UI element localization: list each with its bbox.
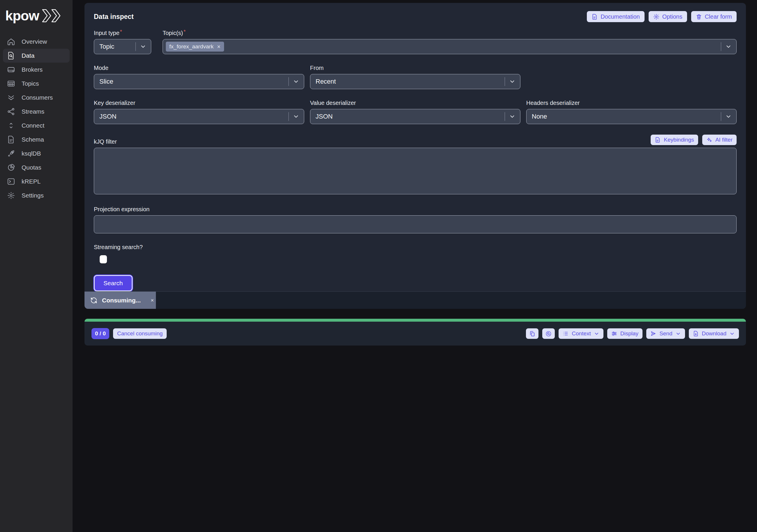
streaming-search-checkbox[interactable] — [100, 255, 107, 263]
download-button[interactable]: Download — [689, 328, 739, 339]
double-chevron-icon — [42, 9, 61, 22]
file-text-icon — [7, 135, 15, 144]
sidebar-item-schema[interactable]: Schema — [3, 133, 70, 147]
topics-multiselect[interactable]: fx_forex_aardvark × — [163, 39, 737, 54]
pie-chart-icon — [7, 163, 15, 172]
sidebar-item-label: kREPL — [21, 178, 41, 185]
file-search-icon — [7, 51, 15, 60]
sidebar-item-label: Connect — [21, 122, 44, 129]
sidebar-item-label: Consumers — [21, 94, 53, 101]
sidebar-item-label: Data — [21, 52, 34, 59]
refresh-icon — [90, 297, 97, 304]
close-icon[interactable]: × — [151, 297, 154, 304]
ai-filter-button[interactable]: AI filter — [702, 134, 737, 145]
rocket-icon — [7, 149, 15, 158]
display-button[interactable]: Display — [607, 328, 643, 339]
app-logo[interactable]: kpow — [0, 5, 73, 26]
documentation-button[interactable]: Documentation — [587, 11, 645, 22]
send-icon — [651, 331, 656, 337]
topic-tag: fx_forex_aardvark × — [166, 42, 224, 51]
page-title: Data inspect — [94, 11, 134, 21]
sidebar-item-label: Settings — [21, 192, 44, 199]
mode-label: Mode — [94, 65, 304, 72]
cancel-consuming-button[interactable]: Cancel consuming — [113, 328, 167, 339]
kjq-filter-label: kJQ filter — [94, 138, 117, 145]
projection-expression-input[interactable] — [94, 215, 737, 233]
chevron-down-icon — [293, 78, 299, 85]
consuming-tab[interactable]: Consuming... × — [84, 292, 156, 309]
projection-expression-label: Projection expression — [94, 206, 737, 213]
drive-icon — [7, 66, 15, 74]
sidebar-item-krepl[interactable]: kREPL — [3, 174, 70, 189]
headers-deserializer-select[interactable]: None — [526, 109, 737, 124]
input-type-select[interactable]: Topic — [94, 39, 151, 54]
context-button[interactable]: Context — [559, 328, 603, 339]
sidebar-item-label: Schema — [21, 136, 44, 143]
value-deserializer-label: Value deserializer — [310, 100, 520, 106]
sidebar-item-label: Brokers — [21, 66, 43, 73]
logo-text: kpow — [5, 8, 39, 24]
chevron-down-icon — [725, 44, 732, 50]
sidebar-item-label: Topics — [21, 80, 39, 87]
copy-button[interactable] — [526, 328, 538, 339]
list-icon — [563, 331, 569, 337]
streaming-search-label: Streaming search? — [94, 244, 737, 251]
gear-icon — [7, 192, 15, 199]
key-deserializer-select[interactable]: JSON — [94, 109, 304, 124]
topics-label: Topic(s)* — [163, 30, 737, 36]
tab-label: Consuming... — [102, 297, 141, 304]
chevron-down-icon — [725, 113, 732, 120]
data-inspect-panel: Data inspect Documentation Options — [84, 3, 746, 309]
share-network-icon — [7, 107, 15, 116]
from-select[interactable]: Recent — [310, 74, 520, 89]
document-icon — [591, 14, 598, 20]
send-button[interactable]: Send — [646, 328, 685, 339]
sidebar-item-consumers[interactable]: Consumers — [3, 91, 70, 104]
table-icon — [7, 79, 15, 88]
gear-icon — [653, 14, 659, 20]
chevrons-down-icon — [7, 94, 15, 102]
headers-deserializer-label: Headers deserializer — [526, 100, 737, 106]
sidebar-item-ksqldb[interactable]: ksqlDB — [3, 147, 70, 161]
keybindings-button[interactable]: Keybindings — [651, 134, 698, 145]
chevron-down-icon — [729, 331, 735, 337]
value-deserializer-select[interactable]: JSON — [310, 109, 520, 124]
remove-topic-icon[interactable]: × — [217, 44, 221, 49]
result-tabs-row: Consuming... × — [84, 291, 746, 309]
trash-icon — [696, 14, 702, 20]
sidebar-item-overview[interactable]: Overview — [3, 35, 70, 49]
home-icon — [7, 38, 15, 46]
main-content: Data inspect Documentation Options — [73, 0, 757, 532]
sidebar-item-streams[interactable]: Streams — [3, 104, 70, 119]
chevron-down-icon — [293, 113, 299, 120]
input-type-label: Input type* — [94, 30, 151, 36]
download-icon — [693, 331, 699, 337]
sidebar: kpow Overview Data Brokers — [0, 0, 73, 532]
sidebar-item-data[interactable]: Data — [3, 49, 70, 63]
from-label: From — [310, 65, 520, 72]
kjq-filter-textarea[interactable] — [94, 148, 737, 194]
sidebar-item-connect[interactable]: Connect — [3, 119, 70, 133]
mode-select[interactable]: Slice — [94, 74, 304, 89]
sidebar-item-brokers[interactable]: Brokers — [3, 63, 70, 76]
consume-progress-bar — [84, 319, 746, 322]
chevron-down-icon — [509, 113, 515, 120]
sidebar-item-topics[interactable]: Topics — [3, 76, 70, 91]
inspect-button[interactable] — [542, 328, 555, 339]
key-deserializer-label: Key deserializer — [94, 100, 304, 106]
sidebar-item-quotas[interactable]: Quotas — [3, 161, 70, 174]
sidebar-nav: Overview Data Brokers Topics Consumers — [0, 35, 73, 202]
sparkles-icon — [706, 137, 712, 143]
sidebar-item-label: ksqlDB — [21, 150, 41, 157]
sidebar-item-label: Overview — [21, 38, 47, 45]
clear-form-button[interactable]: Clear form — [691, 11, 737, 22]
chevron-down-icon — [140, 44, 146, 50]
terminal-icon — [7, 177, 15, 186]
sliders-icon — [611, 331, 618, 337]
search-button[interactable]: Search — [94, 275, 133, 291]
sidebar-item-settings[interactable]: Settings — [3, 189, 70, 202]
options-button[interactable]: Options — [649, 11, 687, 22]
chevron-down-icon — [594, 331, 599, 337]
unfold-icon — [7, 122, 15, 130]
results-panel: 0 / 0 Cancel consuming — [84, 319, 746, 345]
